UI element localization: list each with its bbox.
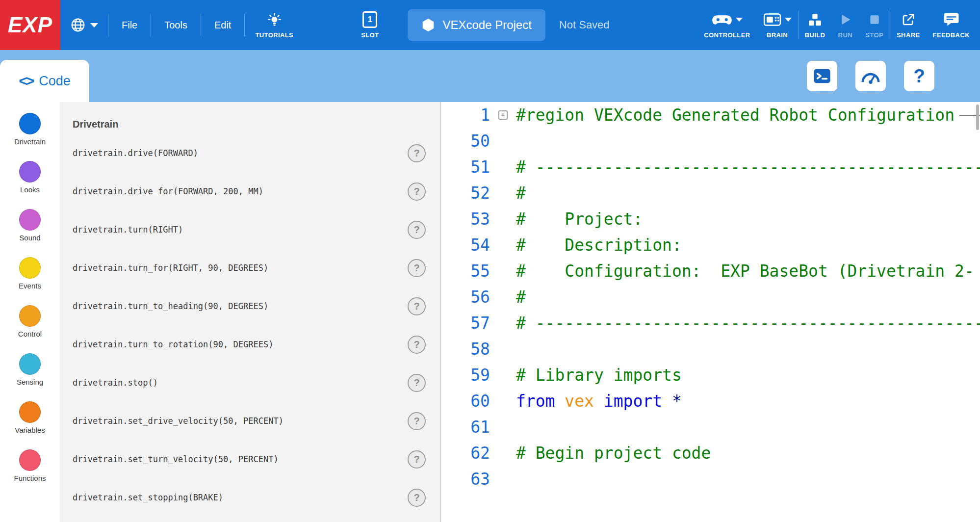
command-help-button[interactable]: ? <box>408 412 426 430</box>
slot-button[interactable]: 1 SLOT <box>355 0 385 50</box>
line-number: 51 <box>441 154 490 180</box>
fold-column <box>490 128 516 154</box>
command-help-button[interactable]: ? <box>408 336 426 354</box>
sidebar-item-drivetrain[interactable]: Drivetrain <box>0 113 60 161</box>
project-name-button[interactable]: VEXcode Project <box>408 9 545 41</box>
fold-column <box>490 466 516 492</box>
fold-column <box>490 336 516 362</box>
exp-logo: EXP <box>0 0 60 50</box>
command-help-button[interactable]: ? <box>408 297 426 315</box>
code-line: 1+#region VEXcode Generated Robot Config… <box>441 102 980 128</box>
help-button[interactable]: ? <box>904 61 934 91</box>
stop-button[interactable]: STOP <box>859 0 890 50</box>
fold-expand-icon[interactable]: + <box>498 110 508 120</box>
brain-icon <box>763 13 781 26</box>
menu-edit[interactable]: Edit <box>201 0 244 50</box>
code-text: #region VEXcode Generated Robot Configur… <box>516 102 954 128</box>
sidebar-item-sensing[interactable]: Sensing <box>0 353 60 401</box>
chevron-down-icon <box>736 18 743 22</box>
command-help-button[interactable]: ? <box>408 374 426 392</box>
code-line: 62# Begin project code <box>441 440 980 466</box>
command-help-button[interactable]: ? <box>408 259 426 277</box>
code-line: 61 <box>441 414 980 440</box>
command-text: drivetrain.drive_for(FORWARD, 200, MM) <box>73 186 263 196</box>
topbar: EXP File Tools Edit <box>0 0 980 50</box>
language-selector[interactable] <box>60 0 108 50</box>
share-button[interactable]: SHARE <box>890 0 927 50</box>
line-number: 55 <box>441 258 490 284</box>
fold-column <box>490 310 516 336</box>
command-help-button[interactable]: ? <box>408 221 426 239</box>
lightbulb-icon <box>267 12 282 27</box>
share-icon <box>901 12 916 27</box>
command-row[interactable]: drivetrain.turn_to_heading(90, DEGREES)? <box>60 287 440 325</box>
command-text: drivetrain.turn(RIGHT) <box>73 225 183 235</box>
code-text: # Library imports <box>516 362 682 388</box>
line-number: 61 <box>441 414 490 440</box>
command-help-button[interactable]: ? <box>408 450 426 469</box>
command-row[interactable]: drivetrain.drive_for(FORWARD, 200, MM)? <box>60 172 440 210</box>
sidebar-item-sound[interactable]: Sound <box>0 209 60 257</box>
save-status: Not Saved <box>559 19 610 31</box>
sidebar-item-events[interactable]: Events <box>0 257 60 305</box>
feedback-button[interactable]: FEEDBACK <box>927 0 976 50</box>
code-text: # <box>516 180 526 206</box>
code-text: # Configuration: EXP BaseBot (Drivetrain… <box>516 258 974 284</box>
fold-column <box>490 284 516 310</box>
command-row[interactable]: drivetrain.turn_to_rotation(90, DEGREES)… <box>60 325 440 364</box>
code-line: 54# Description: <box>441 232 980 258</box>
sidebar-item-functions[interactable]: Functions <box>0 449 60 497</box>
sidebar-item-variables[interactable]: Variables <box>0 401 60 449</box>
code-line: 56# <box>441 284 980 310</box>
dashboard-button[interactable] <box>855 61 886 91</box>
command-row[interactable]: drivetrain.set_drive_velocity(50, PERCEN… <box>60 402 440 440</box>
sidebar-item-control[interactable]: Control <box>0 305 60 353</box>
code-tab-label: Code <box>39 74 71 89</box>
command-help-button[interactable]: ? <box>408 144 426 162</box>
command-text: drivetrain.turn_to_rotation(90, DEGREES) <box>73 339 273 349</box>
command-help-button[interactable]: ? <box>408 183 426 201</box>
category-label: Looks <box>20 185 40 194</box>
controller-button[interactable]: CONTROLLER <box>697 0 756 50</box>
command-help-button[interactable]: ? <box>408 489 426 507</box>
tab-code[interactable]: <> Code <box>0 60 89 102</box>
command-row[interactable]: drivetrain.turn_for(RIGHT, 90, DEGREES)? <box>60 249 440 287</box>
command-row[interactable]: drivetrain.set_stopping(BRAKE)? <box>60 478 440 517</box>
run-button[interactable]: RUN <box>831 0 859 50</box>
code-line: 57# ------------------------------------… <box>441 310 980 336</box>
code-line: 51# ------------------------------------… <box>441 154 980 180</box>
sidebar-item-looks[interactable]: Looks <box>0 161 60 209</box>
brain-button[interactable]: BRAIN <box>757 0 798 50</box>
editor-scrollbar[interactable] <box>975 102 980 522</box>
line-number: 52 <box>441 180 490 206</box>
category-label: Events <box>19 282 41 290</box>
menu-tools[interactable]: Tools <box>151 0 201 50</box>
events-category-icon <box>19 257 41 279</box>
chevron-down-icon <box>90 23 98 27</box>
fold-column <box>490 206 516 232</box>
brain-label: BRAIN <box>767 31 788 39</box>
fold-column <box>490 232 516 258</box>
stop-label: STOP <box>865 31 883 39</box>
command-text: drivetrain.set_turn_velocity(50, PERCENT… <box>73 454 279 464</box>
command-row[interactable]: drivetrain.set_turn_velocity(50, PERCENT… <box>60 440 440 478</box>
line-number: 58 <box>441 336 490 362</box>
tutorials-button[interactable]: TUTORIALS <box>249 0 300 50</box>
looks-category-icon <box>19 161 41 183</box>
editor-scrollbar-thumb[interactable] <box>976 104 979 130</box>
project-name-label: VEXcode Project <box>442 18 531 32</box>
command-row[interactable]: drivetrain.drive(FORWARD)? <box>60 134 440 172</box>
run-label: RUN <box>838 31 852 39</box>
code-line: 52# <box>441 180 980 206</box>
run-icon <box>838 12 852 27</box>
code-text: # Description: <box>516 232 682 258</box>
command-row[interactable]: drivetrain.turn(RIGHT)? <box>60 210 440 249</box>
build-button[interactable]: BUILD <box>799 0 832 50</box>
print-console-button[interactable] <box>807 61 837 91</box>
slot-icon: 1 <box>362 11 377 28</box>
command-row[interactable]: drivetrain.stop()? <box>60 364 440 402</box>
menu-file[interactable]: File <box>108 0 151 50</box>
hexagon-icon <box>421 18 435 32</box>
topbar-spacer <box>610 0 698 50</box>
code-editor[interactable]: 1+#region VEXcode Generated Robot Config… <box>441 102 980 522</box>
